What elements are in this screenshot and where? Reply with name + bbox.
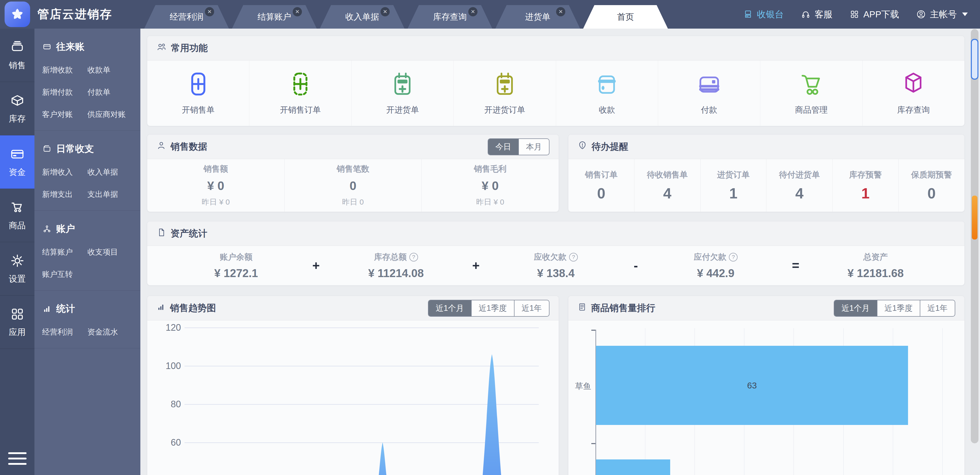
sales-toggle-option-0[interactable]: 今日 (488, 139, 518, 155)
trend-panel-title-text: 销售趋势图 (170, 302, 216, 314)
todo-items: 销售订单0待收销售单4进货订单1待付进货单4库存预警1保质期预警0 (568, 159, 964, 212)
rail-item-1[interactable]: 库存 (0, 82, 35, 135)
tab-close-icon[interactable]: ✕ (468, 7, 477, 16)
sidebar-link-3-0[interactable]: 经营利润 (42, 327, 88, 337)
rail-item-4[interactable]: 设置 (0, 242, 35, 295)
rank-bar-1[interactable] (596, 459, 670, 475)
quick-item-label: 开进货单 (386, 104, 419, 116)
trend-panel-header: 销售趋势图 近1个月近1季度近1年 (147, 296, 558, 320)
tab-3[interactable]: 库存查询✕ (407, 5, 492, 29)
quick-item-6[interactable]: 商品管理 (760, 61, 862, 126)
sidebar-link-3-1[interactable]: 资金流水 (88, 327, 133, 337)
topbar-action-0[interactable]: 收银台 (743, 8, 784, 21)
bar-value-label: 63 (747, 381, 757, 391)
rank-toggle-option-0[interactable]: 近1个月 (834, 300, 877, 316)
app-logo[interactable] (5, 2, 30, 27)
tab-4[interactable]: 进货单✕ (495, 5, 580, 29)
sidebar-link-0-4[interactable]: 客户对账 (42, 109, 88, 120)
help-icon[interactable]: ? (569, 253, 578, 261)
tab-5[interactable]: 首页 (583, 5, 668, 29)
topbar-action-2[interactable]: APP下载 (850, 8, 899, 21)
asset-label: 应收欠款? (534, 252, 578, 263)
tab-close-icon[interactable]: ✕ (380, 7, 390, 16)
quick-item-2[interactable]: 开进货单 (352, 61, 453, 126)
todo-item-0[interactable]: 销售订单0 (568, 159, 634, 212)
todo-item-4[interactable]: 库存预警1 (832, 159, 898, 212)
trend-icon (156, 302, 165, 314)
sidebar-link-1-3[interactable]: 支出单据 (88, 189, 133, 200)
tab-1[interactable]: 结算账户✕ (232, 5, 317, 29)
todo-panel-title: 待办提醒 (578, 140, 628, 153)
tab-close-icon[interactable]: ✕ (556, 7, 565, 16)
sidebar-link-2-2[interactable]: 账户互转 (42, 269, 88, 280)
tab-close-icon[interactable]: ✕ (293, 7, 302, 16)
asset-item-1: 库存总额?¥ 11214.08 (325, 252, 467, 280)
sidebar-link-2-0[interactable]: 结算账户 (42, 247, 88, 257)
topbar-action-label: 客服 (815, 8, 832, 21)
cashier-icon (743, 9, 753, 19)
rank-toggle-option-2[interactable]: 近1年 (920, 300, 955, 316)
page-scrollbar[interactable] (971, 29, 978, 443)
rail-item-5[interactable]: 应用 (0, 295, 35, 349)
tab-0[interactable]: 经营利润✕ (144, 5, 229, 29)
stat-sub: 昨日 ¥ 0 (476, 197, 504, 207)
tab-close-icon[interactable]: ✕ (205, 7, 214, 16)
rail-item-3[interactable]: 商品 (0, 189, 35, 242)
quick-panel-title: 常用功能 (156, 42, 208, 54)
sidebar-link-0-2[interactable]: 新增付款 (42, 87, 88, 97)
quick-item-label: 开进货订单 (484, 104, 525, 116)
users-icon (156, 42, 167, 52)
sidebar-link-0-1[interactable]: 收款单 (88, 65, 133, 75)
topbar-action-1[interactable]: 客服 (800, 8, 832, 21)
sidebar-link-0-0[interactable]: 新增收款 (42, 65, 88, 75)
assets-panel-title-text: 资产统计 (170, 227, 207, 240)
sidebar-link-0-3[interactable]: 付款单 (88, 87, 133, 97)
hamburger-icon[interactable] (0, 452, 35, 465)
todo-value: 0 (928, 185, 935, 202)
quick-item-0[interactable]: 开销售单 (147, 61, 249, 126)
help-icon[interactable]: ? (409, 253, 418, 261)
topbar-action-3[interactable]: 主帐号 (916, 8, 968, 21)
quick-item-1[interactable]: 开销售订单 (249, 61, 351, 126)
trend-toggle-option-0[interactable]: 近1个月 (428, 300, 471, 316)
quick-panel-title-text: 常用功能 (171, 42, 208, 54)
todo-item-5[interactable]: 保质期预警0 (898, 159, 964, 212)
help-icon[interactable]: ? (729, 253, 738, 261)
sidebar-link-1-1[interactable]: 收入单据 (88, 167, 133, 177)
trend-toggle-option-2[interactable]: 近1年 (514, 300, 549, 316)
quick-item-4[interactable]: 收款 (556, 61, 658, 126)
assets-equation: 账户余额¥ 1272.1+库存总额?¥ 11214.08+应收欠款?¥ 138.… (147, 246, 964, 285)
gridline (942, 328, 943, 475)
rail-item-0[interactable]: 销售 (0, 29, 35, 82)
stat-value: ¥ 0 (207, 179, 224, 193)
sidebar-section-title: 账户 (42, 222, 133, 235)
todo-item-1[interactable]: 待收销售单4 (634, 159, 700, 212)
sidebar-link-0-5[interactable]: 供应商对账 (88, 109, 133, 120)
rank-bar-0[interactable]: 63 (596, 346, 908, 425)
doc-plus-icon (185, 71, 212, 97)
todo-value: 1 (729, 185, 737, 202)
todo-item-3[interactable]: 待付进货单4 (766, 159, 832, 212)
quick-item-label: 库存查询 (897, 104, 930, 116)
asset-item-2: 应收欠款?¥ 138.4 (485, 252, 627, 280)
todo-label: 待收销售单 (647, 169, 688, 180)
sidebar-link-1-0[interactable]: 新增收入 (42, 167, 88, 177)
scrollbar-thumb[interactable] (971, 39, 978, 80)
quick-panel-header: 常用功能 (147, 36, 964, 61)
sales-trend-chart: 1201008060 (147, 320, 558, 475)
card-outline-icon (42, 42, 52, 52)
rail-item-2[interactable]: 资金 (0, 135, 35, 189)
sidebar-link-2-1[interactable]: 收支项目 (88, 247, 133, 257)
sidebar-link-1-2[interactable]: 新增支出 (42, 189, 88, 200)
quick-item-5[interactable]: 付款 (658, 61, 760, 126)
rank-toggle-option-1[interactable]: 近1季度 (877, 300, 920, 316)
stat-label: 销售额 (204, 163, 228, 175)
todo-item-2[interactable]: 进货订单1 (700, 159, 767, 212)
quick-item-7[interactable]: 库存查询 (862, 61, 964, 126)
sales-toggle-option-1[interactable]: 本月 (518, 139, 549, 155)
rank-period-toggle: 近1个月近1季度近1年 (834, 300, 955, 317)
trend-toggle-option-1[interactable]: 近1季度 (471, 300, 514, 316)
tab-2[interactable]: 收入单据✕ (320, 5, 404, 29)
quick-item-3[interactable]: 开进货订单 (453, 61, 555, 126)
todo-value: 0 (597, 185, 605, 202)
